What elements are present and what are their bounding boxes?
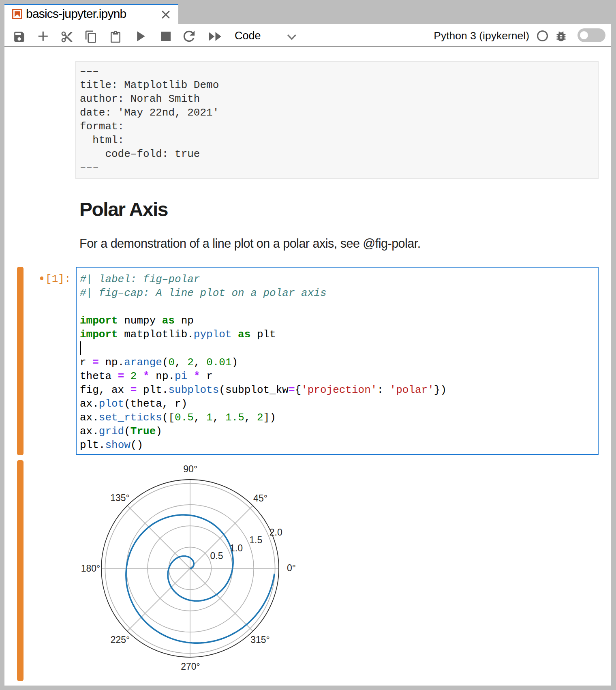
svg-text:1.0: 1.0 <box>230 543 243 553</box>
svg-text:45°: 45° <box>253 493 267 504</box>
svg-text:0°: 0° <box>287 563 296 573</box>
svg-text:315°: 315° <box>250 634 270 645</box>
svg-text:180°: 180° <box>81 563 101 574</box>
svg-text:135°: 135° <box>110 493 130 503</box>
svg-text:225°: 225° <box>111 634 130 645</box>
svg-text:2.0: 2.0 <box>270 527 282 538</box>
svg-text:0.5: 0.5 <box>210 551 223 561</box>
svg-text:1.5: 1.5 <box>249 535 262 545</box>
svg-text:270°: 270° <box>181 661 200 672</box>
svg-text:90°: 90° <box>183 464 197 474</box>
